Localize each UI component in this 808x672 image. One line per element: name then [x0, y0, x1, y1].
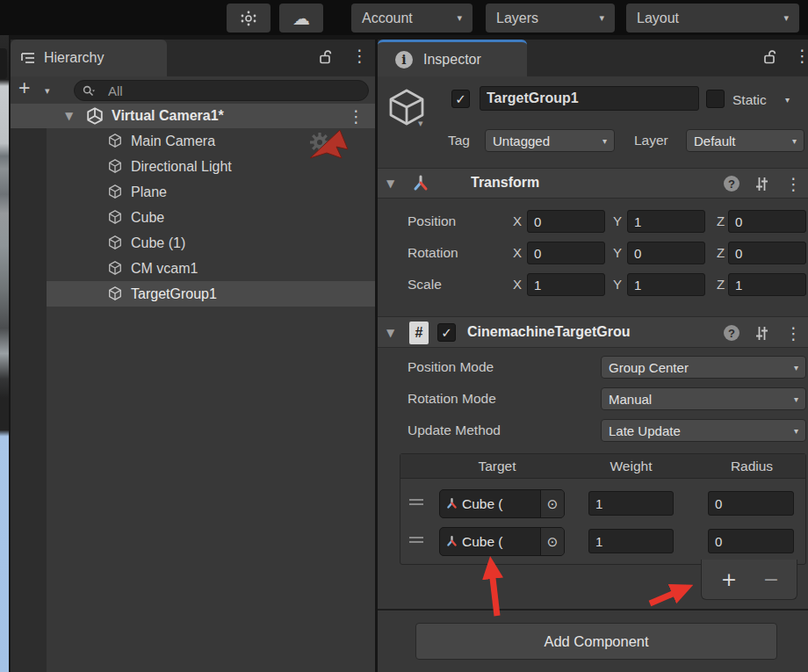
gameobject-name-field[interactable] — [480, 86, 699, 111]
rotation-label: Rotation — [408, 242, 458, 264]
axis-y-label: Y — [613, 210, 622, 233]
update-method-dropdown[interactable]: Late Update ▾ — [601, 419, 806, 442]
weight-field[interactable] — [588, 529, 674, 553]
radius-field[interactable] — [708, 491, 794, 516]
position-y-field[interactable] — [627, 210, 705, 233]
add-object-button[interactable]: + — [18, 78, 30, 98]
muse-sparkle-icon — [239, 9, 258, 28]
transform-header[interactable]: ▼ Transform ? ⋮ — [378, 168, 808, 199]
hierarchy-item-label: Cube — [131, 205, 164, 230]
static-checkbox[interactable] — [706, 90, 725, 108]
scene-root-row[interactable]: ▼ Virtual Camera1* ⋮ — [11, 104, 375, 128]
targets-table-footer: + − — [701, 560, 797, 600]
add-component-button[interactable]: Add Component — [415, 623, 777, 660]
hierarchy-item-cube[interactable]: Cube — [47, 205, 375, 230]
drag-handle[interactable] — [409, 499, 423, 505]
position-mode-value: Group Center — [609, 360, 689, 375]
hierarchy-item-label: CM vcam1 — [131, 256, 198, 281]
position-mode-label: Position Mode — [408, 356, 494, 379]
layers-dropdown[interactable]: Layers ▾ — [486, 4, 615, 33]
rotation-mode-value: Manual — [609, 392, 652, 407]
radius-field[interactable] — [708, 529, 794, 553]
account-dropdown[interactable]: Account ▾ — [351, 4, 473, 33]
position-x-field[interactable] — [527, 210, 605, 233]
object-picker-icon[interactable]: ⊙ — [540, 489, 564, 518]
position-mode-dropdown[interactable]: Group Center ▾ — [601, 356, 806, 379]
tag-value: Untagged — [493, 134, 550, 148]
object-picker-icon[interactable]: ⊙ — [540, 527, 564, 556]
scale-z-field[interactable] — [728, 273, 806, 296]
chevron-down-icon: ▾ — [792, 136, 797, 146]
muse-button[interactable] — [227, 4, 271, 33]
target-object-field[interactable]: Cube ( ⊙ — [439, 527, 565, 556]
lock-icon[interactable] — [762, 49, 778, 65]
help-icon[interactable]: ? — [724, 176, 739, 191]
rotation-z-field[interactable] — [728, 242, 806, 264]
scale-y-field[interactable] — [627, 273, 705, 296]
radius-column-header: Radius — [703, 454, 800, 479]
tab-hierarchy[interactable]: Hierarchy — [11, 40, 167, 76]
scene-root-label: Virtual Camera1* — [112, 104, 224, 128]
cinemachine-title: CinemachineTargetGrou — [467, 324, 631, 340]
position-z-field[interactable] — [728, 210, 806, 233]
add-target-button[interactable]: + — [709, 560, 749, 598]
layout-dropdown[interactable]: Layout ▾ — [626, 4, 799, 33]
rotation-y-field[interactable] — [627, 242, 705, 264]
transform-menu-icon[interactable]: ⋮ — [785, 176, 802, 192]
hierarchy-icon — [19, 49, 37, 67]
presets-icon[interactable] — [754, 176, 770, 192]
hierarchy-item-label: Main Camera — [131, 128, 215, 154]
inspector-divider — [378, 609, 808, 611]
hierarchy-item-cm-vcam1[interactable]: CM vcam1 — [47, 256, 375, 281]
chevron-down-icon: ▾ — [599, 12, 604, 24]
foldout-icon[interactable]: ▼ — [65, 111, 73, 121]
inspector-menu-icon[interactable]: ⋮ — [794, 47, 808, 64]
rotation-x-field[interactable] — [527, 242, 605, 264]
scale-label: Scale — [408, 273, 442, 296]
hierarchy-item-label: Directional Light — [131, 154, 232, 179]
target-column-header: Target — [427, 454, 567, 479]
gameobject-icon-caret[interactable]: ▾ — [418, 119, 423, 128]
hierarchy-menu-icon[interactable]: ⋮ — [351, 47, 368, 64]
tab-inspector[interactable]: i Inspector — [378, 40, 527, 76]
remove-target-button[interactable]: − — [751, 560, 791, 598]
script-icon: # — [409, 322, 429, 344]
help-icon[interactable]: ? — [724, 325, 739, 341]
static-label: Static — [732, 92, 767, 108]
hierarchy-search-field[interactable] — [74, 80, 369, 101]
gameobject-cube-icon — [107, 133, 123, 148]
weight-field[interactable] — [588, 491, 674, 516]
rotation-mode-dropdown[interactable]: Manual ▾ — [601, 387, 806, 410]
gameobject-active-checkbox[interactable]: ✓ — [451, 90, 470, 108]
foldout-icon[interactable]: ▼ — [386, 328, 394, 338]
cinemachine-menu-icon[interactable]: ⋮ — [785, 325, 802, 342]
layer-dropdown[interactable]: Default ▾ — [686, 129, 804, 152]
chevron-down-icon: ▾ — [794, 363, 798, 372]
cloud-button[interactable]: ☁ — [279, 4, 323, 33]
transform-gizmo-icon — [445, 535, 458, 548]
hierarchy-item-cube-1[interactable]: Cube (1) — [47, 230, 375, 256]
tag-dropdown[interactable]: Untagged ▾ — [485, 129, 615, 152]
info-icon: i — [395, 51, 413, 69]
scale-x-field[interactable] — [527, 273, 605, 296]
search-input[interactable] — [106, 81, 361, 100]
scene-menu-icon[interactable]: ⋮ — [348, 108, 364, 125]
drag-handle[interactable] — [409, 537, 423, 543]
scene-view-partial-button — [0, 48, 7, 79]
static-caret-icon[interactable]: ▾ — [785, 95, 790, 105]
hierarchy-item-label: Cube (1) — [131, 230, 185, 256]
foldout-icon[interactable]: ▼ — [386, 178, 394, 189]
hierarchy-item-plane[interactable]: Plane — [47, 179, 375, 205]
lock-icon[interactable] — [318, 49, 334, 65]
hierarchy-item-directional-light[interactable]: Directional Light — [47, 154, 375, 179]
cinemachine-header[interactable]: ▼ # ✓ CinemachineTargetGrou ? ⋮ — [378, 316, 808, 348]
add-object-caret-icon[interactable]: ▾ — [45, 85, 50, 97]
hierarchy-tab-title: Hierarchy — [44, 50, 104, 66]
search-icon — [82, 84, 96, 98]
transform-gizmo-icon — [411, 174, 430, 193]
component-enabled-checkbox[interactable]: ✓ — [437, 323, 456, 342]
target-object-field[interactable]: Cube ( ⊙ — [439, 489, 565, 518]
hierarchy-item-targetgroup1[interactable]: TargetGroup1 — [47, 281, 375, 307]
transform-gizmo-icon — [445, 497, 458, 510]
presets-icon[interactable] — [754, 325, 770, 342]
